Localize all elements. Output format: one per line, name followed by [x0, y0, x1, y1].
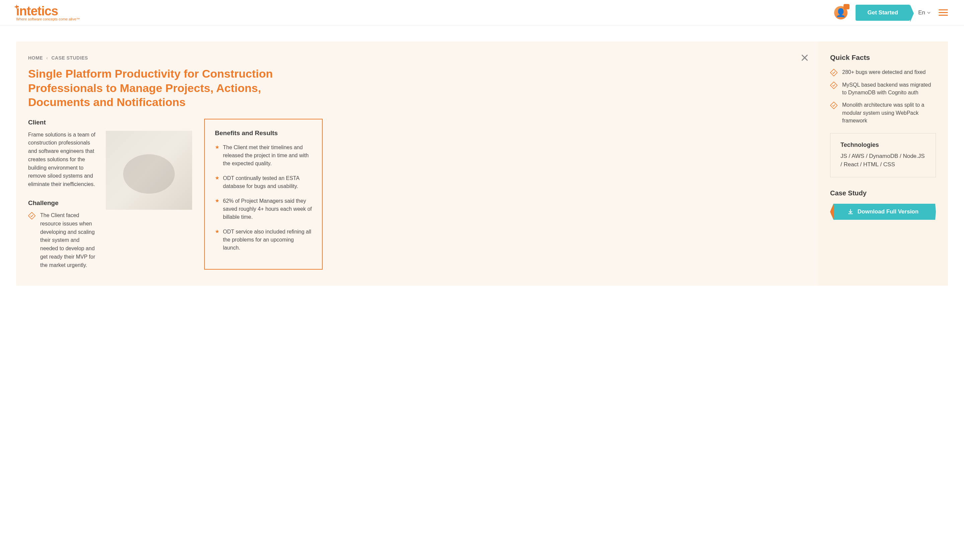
benefits-heading: Benefits and Results — [215, 130, 312, 137]
svg-rect-3 — [830, 102, 837, 109]
list-item: The Client met their timelines and relea… — [215, 143, 312, 167]
content-grid: Client Frame solutions is a team of cons… — [28, 119, 802, 269]
diamond-check-icon — [830, 69, 837, 76]
list-item: 280+ bugs were detected and fixed — [830, 68, 936, 76]
diamond-check-icon — [28, 212, 36, 219]
technologies-heading: Technologies — [840, 141, 925, 149]
text-column: Client Frame solutions is a team of cons… — [28, 119, 98, 269]
breadcrumb-case-studies[interactable]: CASE STUDIES — [52, 55, 88, 60]
close-icon[interactable] — [801, 54, 809, 62]
left-column: Client Frame solutions is a team of cons… — [28, 119, 192, 269]
svg-rect-1 — [830, 69, 837, 76]
list-item: 62% of Project Managers said they saved … — [215, 197, 312, 221]
language-label: En — [918, 10, 925, 16]
sidebar: Quick Facts 280+ bugs were detected and … — [818, 42, 948, 286]
quick-fact-text: MySQL based backend was migrated to Dyna… — [842, 81, 936, 96]
get-started-button[interactable]: Get Started — [855, 5, 910, 21]
chat-avatar-icon[interactable] — [834, 6, 848, 19]
hamburger-menu-icon[interactable] — [939, 10, 948, 16]
case-study-heading: Case Study — [830, 189, 936, 197]
benefits-list: The Client met their timelines and relea… — [215, 143, 312, 252]
client-body: Frame solutions is a team of constructio… — [28, 131, 98, 189]
list-item: ODT service also included refining all t… — [215, 228, 312, 252]
quick-fact-text: 280+ bugs were detected and fixed — [842, 68, 926, 76]
svg-rect-2 — [830, 82, 837, 89]
article-panel: HOME ‹ CASE STUDIES Single Platform Prod… — [16, 42, 818, 286]
download-label: Download Full Version — [858, 208, 918, 215]
benefits-box: Benefits and Results The Client met thei… — [204, 119, 323, 269]
logo-text: intetics — [16, 4, 58, 18]
client-heading: Client — [28, 119, 98, 126]
download-icon — [848, 209, 853, 215]
header-actions: Get Started En — [834, 5, 948, 21]
breadcrumb-home[interactable]: HOME — [28, 55, 43, 60]
breadcrumb: HOME ‹ CASE STUDIES — [28, 55, 802, 60]
svg-rect-0 — [28, 213, 36, 219]
chat-bubble-icon — [843, 4, 850, 10]
article-image — [106, 131, 192, 210]
quick-fact-text: Monolith architecture was split to a mod… — [842, 101, 936, 125]
quick-facts-heading: Quick Facts — [830, 54, 936, 62]
list-item: Monolith architecture was split to a mod… — [830, 101, 936, 125]
chevron-left-icon: ‹ — [46, 55, 48, 60]
list-item: MySQL based backend was migrated to Dyna… — [830, 81, 936, 96]
diamond-check-icon — [830, 82, 837, 89]
site-header: ✦ intetics Where software concepts come … — [0, 0, 964, 26]
page-title: Single Platform Productivity for Constru… — [28, 67, 282, 109]
download-button[interactable]: Download Full Version — [830, 204, 936, 220]
challenge-body: The Client faced resource issues when de… — [40, 211, 98, 269]
logo[interactable]: ✦ intetics Where software concepts come … — [16, 4, 80, 21]
list-item: ODT continually tested an ESTA database … — [215, 174, 312, 190]
language-selector[interactable]: En — [918, 10, 930, 16]
quick-facts-list: 280+ bugs were detected and fixed MySQL … — [830, 68, 936, 125]
technologies-list: JS / AWS / DynamoDB / Node.JS / React / … — [840, 152, 925, 169]
technologies-box: Technologies JS / AWS / DynamoDB / Node.… — [830, 133, 936, 177]
diamond-check-icon — [830, 102, 837, 109]
star-icon: ✦ — [14, 3, 19, 11]
main-content: HOME ‹ CASE STUDIES Single Platform Prod… — [16, 42, 948, 286]
chevron-down-icon — [927, 11, 930, 15]
challenge-heading: Challenge — [28, 200, 98, 207]
challenge-item: The Client faced resource issues when de… — [28, 211, 98, 269]
